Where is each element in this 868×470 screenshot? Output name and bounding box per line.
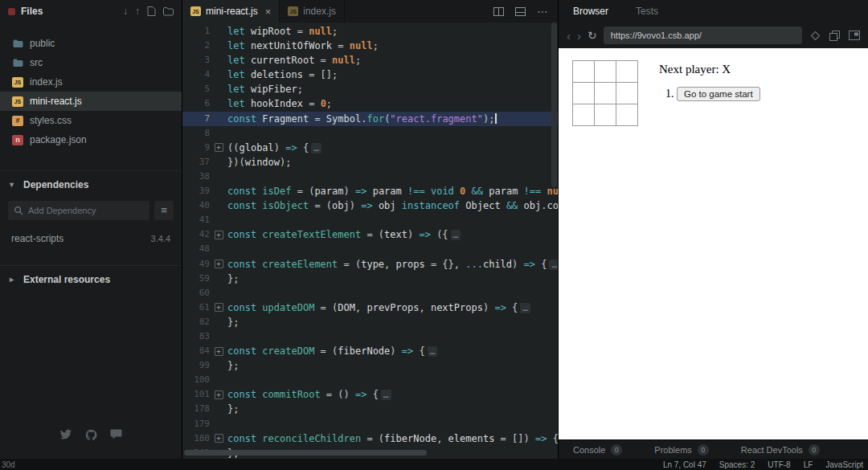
status-cursor-position[interactable]: Ln 7, Col 47 (663, 460, 706, 469)
fold-toggle-icon[interactable]: + (215, 260, 223, 268)
workspace-icon[interactable] (8, 8, 15, 15)
go-to-game-start-button[interactable]: Go to game start (677, 87, 760, 101)
fold-toggle-icon[interactable]: + (215, 231, 223, 239)
code-line[interactable]: 178}; (182, 402, 558, 416)
code-line[interactable]: 40const isObject = (obj) => obj instance… (182, 198, 558, 213)
board-square[interactable] (594, 82, 616, 104)
add-dependency-input[interactable] (8, 201, 149, 220)
board-square[interactable] (572, 104, 595, 126)
fold-toggle-icon[interactable]: + (215, 143, 223, 152)
split-view-icon[interactable] (493, 7, 504, 16)
code-line[interactable]: 180+const reconcileChildren = (fiberNode… (182, 431, 558, 446)
status-language-mode[interactable]: JavaScript (825, 460, 863, 469)
code-text: })(window); (227, 155, 558, 170)
board-square[interactable] (616, 104, 638, 126)
github-icon[interactable] (85, 429, 97, 441)
new-file-icon[interactable] (147, 6, 156, 16)
url-bar[interactable]: https://9vovo1.csb.app/ (604, 27, 802, 44)
refresh-icon[interactable]: ↻ (588, 30, 597, 41)
board-square[interactable] (616, 82, 638, 104)
file-item-public[interactable]: public (0, 34, 182, 53)
code-area[interactable]: 1let wipRoot = null;2let nextUnitOfWork … (182, 22, 558, 459)
code-line[interactable]: 100 (182, 373, 558, 387)
code-line[interactable]: 49+const createElement = (type, props = … (182, 257, 558, 272)
editor-tab-mini-react-js[interactable]: JSmini-react.js× (182, 0, 280, 22)
code-line[interactable]: 8 (182, 126, 558, 141)
more-options-icon[interactable]: ⋯ (537, 5, 548, 18)
code-line[interactable]: 101+const commitRoot = () => {… (182, 387, 558, 402)
dependency-version: 3.4.4 (151, 234, 170, 243)
editor-tab-index-js[interactable]: JSindex.js (280, 0, 345, 22)
upload-icon[interactable]: ↑ (135, 6, 140, 17)
twitter-icon[interactable] (59, 429, 72, 441)
preview-tab-tests[interactable]: Tests (636, 6, 658, 17)
dependency-react-scripts[interactable]: react-scripts3.4.4 (0, 227, 182, 251)
file-item-index-js[interactable]: JSindex.js (0, 72, 182, 92)
code-line[interactable]: 99}; (182, 358, 558, 373)
fold-gutter: + (210, 141, 227, 155)
new-folder-icon[interactable] (163, 7, 174, 16)
file-label: index.js (30, 76, 63, 88)
dependencies-header[interactable]: ▾ Dependencies (0, 170, 182, 198)
status-indentation[interactable]: Spaces: 2 (719, 460, 755, 469)
code-line[interactable]: 61+const updateDOM = (DOM, prevProps, ne… (182, 300, 558, 315)
status-eol[interactable]: LF (804, 460, 813, 469)
file-item-styles-css[interactable]: #styles.css (0, 111, 182, 130)
fold-toggle-icon[interactable]: + (215, 390, 223, 399)
close-icon[interactable]: × (265, 6, 272, 18)
board-square[interactable] (572, 60, 595, 83)
code-line[interactable]: 59}; (182, 272, 558, 286)
dependency-menu-button[interactable]: ≡ (154, 201, 174, 220)
board-square[interactable] (616, 60, 638, 83)
board-square[interactable] (594, 60, 616, 83)
fold-toggle-icon[interactable]: + (215, 434, 223, 443)
feedback-icon[interactable] (110, 429, 122, 441)
editor-vertical-scrollbar[interactable] (551, 22, 557, 187)
code-line[interactable]: 60 (182, 286, 558, 300)
devtools-tab-console[interactable]: Console0 (573, 444, 622, 456)
code-line[interactable]: 9+((global) => {… (182, 141, 558, 155)
code-line[interactable]: 48 (182, 242, 558, 256)
code-line[interactable]: 41 (182, 213, 558, 227)
duplicate-icon[interactable] (829, 31, 840, 41)
code-line[interactable]: 4let deletions = []; (182, 67, 558, 82)
code-line[interactable]: 7const Fragment = Symbol.for("react.frag… (182, 112, 558, 126)
line-number: 48 (182, 242, 210, 256)
code-line[interactable]: 6let hookIndex = 0; (182, 96, 558, 111)
code-line[interactable]: 37})(window); (182, 155, 558, 170)
editor-horizontal-scrollbar[interactable] (184, 450, 427, 456)
fold-toggle-icon[interactable]: + (215, 303, 223, 312)
devtools-tab-problems[interactable]: Problems0 (654, 444, 708, 456)
responsive-preview-icon[interactable] (810, 31, 821, 41)
fold-toggle-icon[interactable]: + (215, 347, 223, 356)
code-line[interactable]: 5let wipFiber; (182, 82, 558, 96)
file-item-package-json[interactable]: npackage.json (0, 130, 182, 149)
open-new-window-icon[interactable] (849, 31, 860, 40)
code-line[interactable]: 1let wipRoot = null; (182, 24, 558, 39)
code-line[interactable]: 38 (182, 170, 558, 184)
code-line[interactable]: 2let nextUnitOfWork = null; (182, 39, 558, 53)
code-line[interactable]: 3let currentRoot = null; (182, 53, 558, 67)
preview-layout-icon[interactable] (515, 7, 526, 16)
preview-tab-browser[interactable]: Browser (573, 6, 608, 17)
external-resources-header[interactable]: ▸ External resources (0, 265, 182, 292)
code-line[interactable]: 84+const createDOM = (fiberNode) => {… (182, 344, 558, 358)
devtools-tab-react-devtools[interactable]: React DevTools0 (741, 444, 820, 456)
back-icon[interactable]: ‹ (567, 30, 571, 42)
code-line[interactable]: 39const isDef = (param) => param !== voi… (182, 184, 558, 198)
code-line[interactable]: 179 (182, 417, 558, 431)
game-info: Next player: X Go to game start (659, 60, 760, 439)
code-line[interactable]: 42+const createTextElement = (text) => (… (182, 227, 558, 242)
code-text (227, 286, 558, 300)
board-square[interactable] (572, 82, 595, 104)
status-encoding[interactable]: UTF-8 (768, 460, 790, 469)
fold-gutter (210, 315, 227, 329)
code-line[interactable]: 82}; (182, 315, 558, 329)
forward-icon[interactable]: › (577, 30, 581, 42)
board-square[interactable] (594, 104, 616, 126)
download-icon[interactable]: ↓ (123, 6, 128, 17)
code-line[interactable]: 83 (182, 329, 558, 344)
file-item-src[interactable]: src (0, 53, 182, 72)
line-number: 42 (182, 227, 210, 242)
file-item-mini-react-js[interactable]: JSmini-react.js (0, 92, 182, 111)
